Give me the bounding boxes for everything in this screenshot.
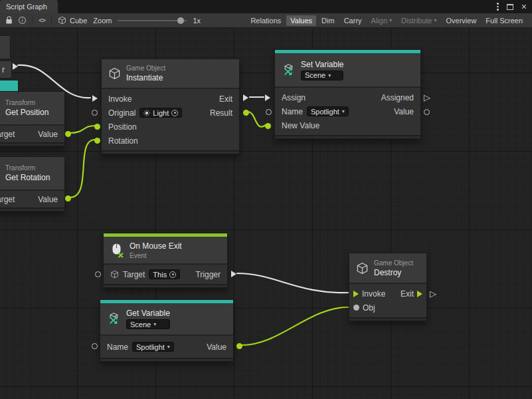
toolbar-separator — [32, 16, 33, 25]
port-label-position: Position — [108, 122, 137, 132]
node-instantiate[interactable]: Game Object Instantiate Invoke Exit Orig… — [101, 59, 240, 154]
align-button[interactable]: Align▾ — [367, 15, 396, 26]
port-label-assigned: Assigned — [381, 93, 414, 102]
port-name-in[interactable] — [92, 343, 98, 349]
port-label-obj: Obj — [363, 303, 375, 313]
close-icon[interactable]: × — [521, 2, 527, 11]
cube-icon — [58, 16, 66, 25]
lock-icon[interactable] — [5, 16, 13, 25]
node-body: Target Value — [0, 190, 64, 207]
node-footer — [349, 317, 426, 321]
port-original-in[interactable] — [92, 110, 98, 116]
port-label-target: Target — [0, 130, 15, 139]
relations-button[interactable]: Relations — [246, 15, 285, 26]
port-name-in[interactable] — [266, 109, 272, 115]
graph-target-chip[interactable]: Cube — [58, 16, 87, 25]
maximize-icon[interactable] — [507, 4, 513, 10]
port-out-arrow[interactable] — [13, 63, 18, 70]
variable-name-dropdown[interactable]: Spotlight ▾ — [307, 106, 349, 116]
node-set-variable[interactable]: Set Variable Scene ▾ Assign Assigned Nam… — [274, 49, 421, 139]
wire-value-to-obj[interactable] — [241, 307, 348, 345]
wire-trigger-to-invoke[interactable] — [237, 273, 350, 293]
port-label-result: Result — [210, 108, 232, 118]
node-footer — [275, 135, 420, 138]
chevron-down-icon: ▾ — [434, 17, 437, 23]
node-category: Game Object — [374, 259, 413, 267]
port-new-value-in[interactable] — [265, 123, 271, 129]
node-category: Transform — [5, 164, 50, 172]
node-get-position[interactable]: Transform Get Position Target Value — [0, 91, 65, 146]
object-picker-icon[interactable] — [169, 271, 176, 278]
node-category: Event — [130, 252, 182, 259]
node-footer — [104, 284, 227, 287]
port-label-exit: Exit — [219, 94, 232, 104]
node-on-mouse-exit[interactable]: On Mouse Exit Event Target This Trigger — [103, 233, 228, 288]
dim-button[interactable]: Dim — [317, 15, 339, 26]
graph-toolbar: i <> Cube Zoom 1x Relations Values Dim C… — [0, 13, 532, 28]
tab-script-graph[interactable]: Script Graph — [0, 0, 58, 13]
port-label-target: Target — [0, 195, 15, 204]
variable-scope-dropdown[interactable]: Scene ▾ — [126, 319, 170, 329]
node-title: Instantiate — [126, 73, 165, 82]
port-obj-in[interactable] — [353, 305, 359, 311]
tab-title: Script Graph — [6, 3, 47, 11]
node-get-rotation[interactable]: Transform Get Rotation Target Value — [0, 156, 65, 211]
original-object-field[interactable]: Light — [139, 108, 182, 118]
zoom-label: Zoom — [93, 17, 112, 25]
port-invoke-in[interactable] — [92, 95, 98, 102]
port-target-in[interactable] — [95, 271, 101, 277]
port-exit-out[interactable] — [417, 291, 422, 297]
edit-graph-icon[interactable]: <> — [39, 17, 45, 24]
mouse-exit-icon — [110, 243, 124, 258]
object-picker-icon[interactable] — [171, 110, 178, 116]
target-object-field[interactable]: This — [149, 269, 180, 279]
toolbar-separator — [51, 16, 52, 25]
node-destroy[interactable]: Game Object Destroy Invoke Exit Obj ▷ — [349, 253, 427, 321]
port-result-out[interactable] — [243, 110, 249, 116]
port-assigned-out[interactable]: ▷ — [424, 93, 430, 102]
window-controls: × — [497, 0, 532, 13]
port-value-out[interactable] — [65, 196, 71, 201]
distribute-button[interactable]: Distribute▾ — [397, 15, 440, 26]
carry-button[interactable]: Carry — [340, 15, 366, 26]
values-button[interactable]: Values — [286, 15, 316, 26]
wire-result-to-newvalue[interactable] — [248, 112, 266, 127]
node-body: Invoke Exit Obj — [349, 283, 426, 317]
variable-name-dropdown[interactable]: Spotlight ▾ — [132, 342, 174, 352]
clipped-node-fragment[interactable] — [0, 35, 11, 59]
info-icon[interactable]: i — [19, 17, 26, 24]
window-menu-icon[interactable] — [497, 3, 499, 11]
zoom-slider-track[interactable] — [118, 20, 187, 21]
node-category: Game Object — [126, 65, 165, 72]
port-label-exit: Exit — [400, 289, 414, 299]
port-label-target: Target — [123, 270, 145, 279]
port-exit-out-marker[interactable]: ▷ — [430, 289, 436, 298]
clipped-node-fragment[interactable]: r — [0, 61, 12, 78]
port-assign-in[interactable] — [265, 94, 270, 101]
port-invoke-in[interactable] — [353, 291, 359, 297]
port-position-in[interactable] — [94, 124, 100, 130]
wire-rotation-value[interactable] — [70, 140, 95, 198]
port-rotation-in[interactable] — [94, 138, 100, 144]
zoom-slider-knob[interactable] — [177, 17, 184, 24]
window-tab-bar: Script Graph × — [0, 0, 532, 13]
zoom-slider[interactable] — [118, 17, 187, 25]
node-get-variable[interactable]: Get Variable Scene ▾ Name Spotlight ▾ Va… — [100, 299, 234, 362]
node-body: Assign Assigned Name Spotlight ▾ Value N… — [275, 86, 420, 135]
fullscreen-button[interactable]: Full Screen — [482, 15, 527, 26]
port-label-value: Value — [38, 130, 58, 139]
node-body: Invoke Exit Original Light Result Positi… — [102, 88, 239, 150]
port-value-out[interactable] — [236, 343, 242, 349]
port-value-out[interactable] — [424, 109, 430, 115]
graph-canvas[interactable]: r Transform Get Position Target Value Tr… — [0, 28, 532, 399]
port-exit-out[interactable] — [243, 94, 248, 101]
port-value-out[interactable] — [65, 131, 71, 137]
chevron-down-icon: ▾ — [342, 108, 345, 114]
port-trigger-out[interactable] — [231, 271, 236, 277]
overview-button[interactable]: Overview — [442, 15, 481, 26]
variable-scope-dropdown[interactable]: Scene ▾ — [301, 70, 343, 80]
port-label-assign: Assign — [282, 93, 306, 102]
wire-position-value[interactable] — [70, 126, 95, 133]
chevron-down-icon: ▾ — [389, 17, 392, 23]
node-header: On Mouse Exit Event — [104, 237, 227, 263]
